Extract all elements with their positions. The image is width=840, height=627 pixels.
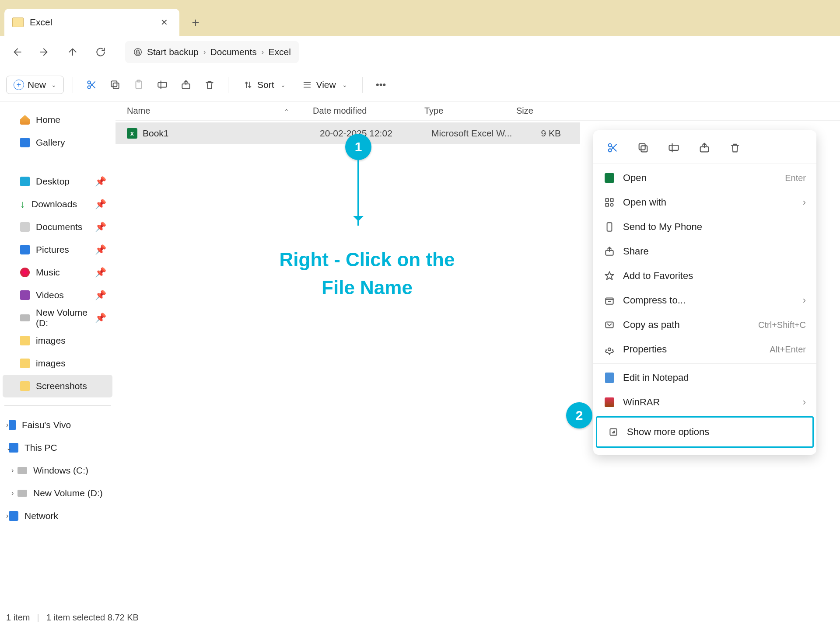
collapse-icon[interactable]: ⌄: [6, 444, 12, 452]
drive-icon: [20, 314, 30, 321]
pin-icon: 📌: [95, 199, 106, 209]
crumb-documents[interactable]: Documents: [210, 47, 257, 57]
sidebar-item-label: This PC: [24, 442, 57, 453]
ctx-share-button[interactable]: [696, 140, 712, 156]
crumb-excel[interactable]: Excel: [268, 47, 290, 57]
sidebar-item-pictures[interactable]: Pictures 📌: [3, 238, 112, 261]
ctx-winrar[interactable]: WinRAR ›: [593, 390, 816, 415]
column-type[interactable]: Type: [424, 106, 516, 116]
cut-button[interactable]: [82, 75, 101, 94]
sidebar-item-videos[interactable]: Videos 📌: [3, 284, 112, 307]
sidebar-item-screenshots[interactable]: Screenshots: [3, 375, 112, 397]
up-button[interactable]: [65, 44, 80, 60]
ctx-compress-label: Compress to...: [623, 295, 795, 306]
chevron-right-icon: ›: [803, 197, 806, 208]
copy-button[interactable]: [105, 75, 125, 94]
svg-rect-3: [113, 83, 119, 88]
plus-icon: +: [14, 80, 24, 90]
rename-button[interactable]: [153, 75, 172, 94]
sidebar-item-windows-c[interactable]: › Windows (C:): [3, 459, 112, 482]
sidebar-item-images[interactable]: images: [3, 329, 112, 352]
ctx-notepad-label: Edit in Notepad: [623, 372, 806, 383]
expand-icon[interactable]: ›: [11, 489, 14, 497]
chevron-down-icon: ⌄: [280, 81, 286, 88]
pin-icon: 📌: [95, 222, 106, 232]
folder-icon: [20, 359, 30, 368]
expand-icon[interactable]: ›: [6, 512, 8, 520]
sidebar-item-home[interactable]: Home: [3, 108, 112, 131]
sidebar-item-label: New Volume (D:): [33, 488, 103, 498]
sidebar-item-downloads[interactable]: ↓ Downloads 📌: [3, 193, 112, 216]
sidebar-item-label: images: [36, 335, 66, 346]
separator: [73, 77, 73, 93]
sidebar-item-new-volume-d[interactable]: › New Volume (D:): [3, 482, 112, 505]
ctx-open-hint: Enter: [785, 173, 806, 183]
sidebar-item-label: Home: [36, 115, 60, 125]
ctx-delete-button[interactable]: [727, 140, 743, 156]
sidebar-item-gallery[interactable]: Gallery: [3, 131, 112, 154]
ctx-properties[interactable]: Properties Alt+Enter: [593, 337, 816, 362]
column-size[interactable]: Size: [516, 106, 573, 116]
ctx-send-phone-label: Send to My Phone: [623, 221, 806, 233]
sidebar-item-new-volume[interactable]: New Volume (D: 📌: [3, 307, 112, 329]
sidebar-item-network[interactable]: › Network: [3, 505, 112, 527]
pin-icon: 📌: [95, 313, 106, 323]
column-date[interactable]: Date modified: [313, 106, 424, 116]
annotation-arrow: [357, 160, 359, 226]
svg-point-23: [608, 348, 611, 351]
chevron-right-icon: ›: [803, 295, 806, 306]
svg-rect-17: [606, 203, 609, 206]
new-tab-button[interactable]: ＋: [186, 12, 206, 32]
column-name[interactable]: Name ⌃: [127, 106, 313, 116]
ctx-show-more-options[interactable]: Show more options: [596, 416, 814, 448]
expand-icon[interactable]: ›: [11, 467, 14, 474]
sidebar-item-label: images: [36, 358, 66, 369]
sort-label: Sort: [257, 80, 274, 90]
properties-icon: [604, 344, 615, 355]
annotation-badge-2: 2: [566, 402, 592, 428]
ctx-send-to-phone[interactable]: Send to My Phone: [593, 215, 816, 239]
ctx-favorites[interactable]: Add to Favorites: [593, 264, 816, 288]
desktop-icon: [20, 177, 30, 186]
sidebar-item-phone[interactable]: › Faisu's Vivo: [3, 414, 112, 436]
ctx-edit-notepad[interactable]: Edit in Notepad: [593, 366, 816, 390]
tab-excel[interactable]: Excel ✕: [4, 9, 179, 36]
ctx-copy-path[interactable]: Copy as path Ctrl+Shift+C: [593, 313, 816, 337]
ctx-share[interactable]: Share: [593, 239, 816, 264]
ctx-compress[interactable]: Compress to... ›: [593, 288, 816, 313]
sort-button[interactable]: Sort ⌄: [237, 76, 292, 94]
ctx-open[interactable]: Open Enter: [593, 166, 816, 190]
titlebar: Excel ✕ ＋: [0, 0, 840, 36]
ctx-copy-button[interactable]: [635, 140, 651, 156]
refresh-button[interactable]: [93, 44, 108, 60]
expand-icon[interactable]: ›: [6, 421, 8, 429]
delete-button[interactable]: [200, 75, 219, 94]
view-button[interactable]: View ⌄: [296, 76, 354, 94]
sidebar-item-label: Screenshots: [36, 381, 87, 391]
share-button[interactable]: [176, 75, 196, 94]
document-icon: [20, 222, 30, 232]
sidebar-item-label: Documents: [36, 222, 82, 232]
new-button[interactable]: + New ⌄: [6, 76, 64, 94]
crumb-root[interactable]: Start backup: [147, 47, 199, 57]
paste-button[interactable]: [129, 75, 148, 94]
annotation-line-1: Right - Click on the: [280, 249, 455, 270]
back-button[interactable]: [9, 44, 24, 60]
context-quick-actions: [593, 136, 816, 162]
sort-indicator-icon: ⌃: [284, 108, 289, 115]
svg-rect-11: [641, 146, 647, 152]
sidebar-item-music[interactable]: Music 📌: [3, 261, 112, 284]
ctx-cut-button[interactable]: [605, 140, 620, 156]
close-tab-button[interactable]: ✕: [157, 15, 172, 29]
ctx-open-with[interactable]: Open with ›: [593, 190, 816, 215]
forward-button[interactable]: [37, 44, 52, 60]
ctx-favorites-label: Add to Favorites: [623, 270, 806, 282]
sidebar-item-this-pc[interactable]: ⌄ This PC: [3, 436, 112, 459]
sidebar-item-desktop[interactable]: Desktop 📌: [3, 170, 112, 193]
sidebar-item-images-2[interactable]: images: [3, 352, 112, 375]
more-options-icon: [608, 426, 619, 438]
sidebar-item-documents[interactable]: Documents 📌: [3, 216, 112, 238]
more-button[interactable]: •••: [371, 75, 391, 94]
breadcrumb[interactable]: Start backup › Documents › Excel: [125, 41, 299, 63]
ctx-rename-button[interactable]: [666, 140, 682, 156]
